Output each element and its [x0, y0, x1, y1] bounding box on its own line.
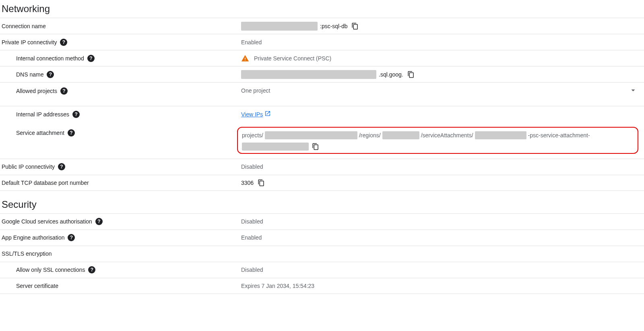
copy-icon[interactable] [407, 71, 415, 78]
row-internal-ip: Internal IP addresses ? View IPs [0, 106, 644, 122]
ssl-tls-label: SSL/TLS encryption [2, 250, 52, 257]
help-icon[interactable]: ? [72, 111, 80, 118]
internal-method-value: Private Service Connect (PSC) [254, 55, 331, 62]
help-icon[interactable]: ? [68, 129, 75, 137]
warning-icon [241, 54, 249, 62]
help-icon[interactable]: ? [47, 71, 54, 78]
dns-name-label: DNS name [16, 71, 43, 78]
server-cert-label: Server certificate [16, 283, 58, 289]
copy-icon[interactable] [258, 179, 265, 186]
row-ssl-tls: SSL/TLS encryption [0, 246, 644, 262]
sa-redacted-2 [382, 131, 419, 139]
sa-redacted-1 [265, 131, 357, 139]
row-tcp-port: Default TCP database port number 3306 [0, 175, 644, 191]
row-private-ip: Private IP connectivity ? Enabled [0, 34, 644, 50]
connection-name-redacted [241, 22, 318, 31]
sa-redacted-3 [475, 131, 526, 139]
allowed-projects-label: Allowed projects [16, 88, 57, 94]
dns-name-redacted [241, 70, 376, 79]
help-icon[interactable]: ? [60, 87, 68, 95]
sa-seg-projects: projects/ [242, 130, 263, 141]
chevron-down-icon[interactable] [629, 86, 638, 96]
allowed-projects-value: One project [241, 87, 270, 94]
app-engine-value: Enabled [241, 234, 262, 241]
networking-header: Networking [2, 3, 644, 14]
view-ips-link[interactable]: View IPs [241, 110, 271, 118]
connection-name-label: Connection name [2, 23, 46, 29]
help-icon[interactable]: ? [87, 55, 95, 62]
dns-name-suffix: .sql.goog. [379, 71, 403, 78]
help-icon[interactable]: ? [68, 234, 75, 241]
help-icon[interactable]: ? [60, 39, 67, 46]
sa-redacted-4 [242, 143, 309, 151]
tcp-port-label: Default TCP database port number [2, 180, 89, 186]
row-service-attachment: Service attachment ? projects//regions//… [0, 122, 644, 159]
row-app-engine: App Engine authorisation ? Enabled [0, 230, 644, 246]
gcs-auth-value: Disabled [241, 218, 263, 225]
public-ip-label: Public IP connectivity [2, 163, 55, 170]
security-header: Security [2, 199, 644, 210]
gcs-auth-label: Google Cloud services authorisation [2, 218, 92, 225]
connection-name-suffix: :psc-sql-db [320, 23, 347, 29]
service-attachment-label: Service attachment [16, 130, 64, 136]
row-internal-method: Internal connection method ? Private Ser… [0, 50, 644, 66]
row-allowed-projects[interactable]: Allowed projects ? One project [0, 82, 644, 106]
row-connection-name: Connection name :psc-sql-db [0, 18, 644, 34]
private-ip-label: Private IP connectivity [2, 39, 57, 46]
copy-icon[interactable] [312, 143, 319, 150]
row-public-ip: Public IP connectivity ? Disabled [0, 159, 644, 175]
service-attachment-highlight: projects//regions//serviceAttachments/-p… [237, 127, 638, 154]
internal-method-label: Internal connection method [16, 55, 84, 62]
public-ip-value: Disabled [241, 163, 263, 170]
view-ips-text: View IPs [241, 111, 263, 118]
allow-ssl-label: Allow only SSL connections [16, 267, 85, 273]
row-server-cert: Server certificate Expires 7 Jan 2034, 1… [0, 278, 644, 294]
row-allow-ssl: Allow only SSL connections ? Disabled [0, 262, 644, 278]
sa-seg-suffix: -psc-service-attachment- [528, 130, 590, 141]
help-icon[interactable]: ? [88, 266, 95, 273]
help-icon[interactable]: ? [95, 218, 103, 225]
allow-ssl-value: Disabled [241, 267, 263, 273]
copy-icon[interactable] [351, 23, 359, 30]
row-gcs-auth: Google Cloud services authorisation ? Di… [0, 213, 644, 230]
sa-seg-regions: /regions/ [359, 130, 381, 141]
server-cert-value: Expires 7 Jan 2034, 15:54:23 [241, 283, 314, 289]
private-ip-value: Enabled [241, 39, 262, 46]
help-icon[interactable]: ? [58, 163, 65, 170]
tcp-port-value: 3306 [241, 180, 254, 186]
row-dns-name: DNS name ? .sql.goog. [0, 66, 644, 82]
app-engine-label: App Engine authorisation [2, 234, 64, 241]
internal-ip-label: Internal IP addresses [16, 111, 69, 118]
external-link-icon [264, 110, 271, 118]
sa-seg-attachments: /serviceAttachments/ [421, 130, 473, 141]
